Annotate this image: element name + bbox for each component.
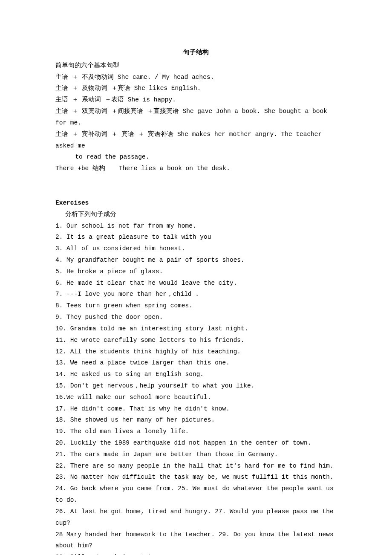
exercise-item: 15. Don't get nervous，help yourself to w… <box>55 380 337 392</box>
pattern-3: 主语 ＋ 系动词 ＋表语 She is happy. <box>55 94 337 106</box>
pattern-1: 主语 ＋ 不及物动词 She came. / My head aches. <box>55 72 337 83</box>
page-title: 句子结构 <box>55 47 337 58</box>
pattern-5: 主语 ＋ 宾补动词 ＋ 宾语 ＋ 宾语补语 She makes her moth… <box>55 129 337 152</box>
exercise-item: 2. It is a great pleasure to talk with y… <box>55 231 337 243</box>
exercise-item: 17. He didn't come. That is why he didn'… <box>55 403 337 415</box>
exercise-item: 8. Tees turn green when spring comes. <box>55 300 337 312</box>
exercise-item: 30. I'll get my hair cut tomorrow. <box>55 552 337 555</box>
there-be-line: There +be 结构There lies a book on the des… <box>55 163 337 174</box>
exercise-item: 22. There are so many people in the hall… <box>55 460 337 472</box>
exercise-item: 4. My grandfather bought me a pair of sp… <box>55 254 337 266</box>
exercise-item: 16.We will make our school more beautifu… <box>55 392 337 403</box>
exercise-item: 23. No matter how difficult the task may… <box>55 471 337 483</box>
there-be-left: There +be 结构 <box>55 165 105 172</box>
pattern-5-cont: to read the passage. <box>55 151 337 163</box>
exercise-item: 19. The old man lives a lonely life. <box>55 426 337 437</box>
exercise-item: 10. Grandma told me an interesting story… <box>55 323 337 335</box>
there-be-right: There lies a book on the desk. <box>119 165 230 172</box>
exercise-item: 24. Go back where you came from. 25. We … <box>55 483 337 506</box>
intro-heading: 简单句的六个基本句型 <box>55 60 337 72</box>
pattern-2: 主语 ＋ 及物动词 ＋宾语 She likes English. <box>55 83 337 94</box>
exercise-item: 11. He wrote carefully some letters to h… <box>55 335 337 346</box>
exercises-heading: Exercises <box>55 197 337 209</box>
exercise-item: 14. He asked us to sing an English song. <box>55 369 337 380</box>
exercise-item: 26. At last he got home, tired and hungr… <box>55 506 337 529</box>
pattern-4: 主语 ＋ 双宾动词 ＋间接宾语 ＋直接宾语 She gave John a bo… <box>55 106 337 129</box>
exercise-item: 12. All the students think highly of his… <box>55 346 337 358</box>
exercise-item: 7. ---I love you more than her，child . <box>55 289 337 300</box>
exercise-item: 20. Luckily the 1989 earthquake did not … <box>55 437 337 449</box>
exercise-item: 1. Our school is not far from my home. <box>55 220 337 232</box>
exercise-item: 18. She showed us her many of her pictur… <box>55 414 337 426</box>
exercise-item: 21. The cars made in Japan are better th… <box>55 449 337 460</box>
exercise-item: 28 Mary handed her homework to the teach… <box>55 529 337 552</box>
exercise-item: 5. He broke a piece of glass. <box>55 266 337 278</box>
exercise-item: 6. He made it clear that he would leave … <box>55 278 337 289</box>
exercises-sub: 分析下列句子成分 <box>55 209 337 220</box>
exercise-item: 9. They pushed the door open. <box>55 312 337 323</box>
exercise-item: 13. We need a place twice larger than th… <box>55 357 337 369</box>
exercise-item: 3. All of us considered him honest. <box>55 243 337 254</box>
